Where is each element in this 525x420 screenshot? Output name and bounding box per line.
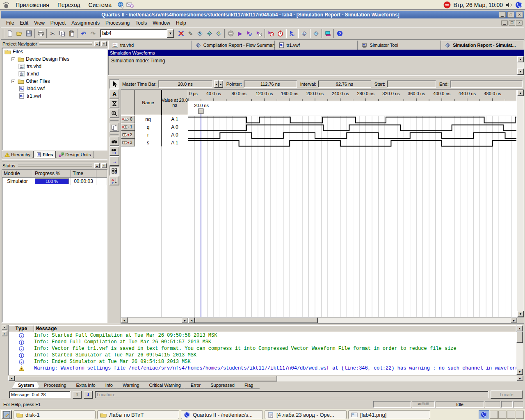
message-tab-system[interactable]: System	[11, 382, 41, 389]
compile-button[interactable]: ✎	[195, 29, 205, 38]
waveform-vertical-scrollbar[interactable]: ▲ ▼	[517, 90, 524, 317]
title-bar[interactable]: Quartus II - /net/eniac/srv/nfs4/homes/h…	[1, 11, 524, 18]
status-module-cell[interactable]: Simulator	[2, 178, 33, 185]
grid-tool-button[interactable]	[110, 166, 119, 176]
messages-horizontal-scrollbar[interactable]: ◄ ►	[8, 376, 523, 381]
next-message-icon[interactable]: ⬇	[84, 391, 93, 399]
help-button[interactable]: ?	[335, 29, 345, 38]
zoom-tool-button[interactable]	[110, 109, 119, 118]
messages-message-header[interactable]: Message	[34, 325, 516, 332]
signal-handle-2[interactable]: i2	[121, 131, 135, 139]
run-button[interactable]: ▶	[235, 29, 245, 38]
compile-check-button[interactable]	[205, 29, 214, 38]
expand-messages-icon[interactable]: ▸	[2, 331, 7, 336]
navigator-tab-hierarchy[interactable]: !Hierarchy	[2, 151, 33, 158]
column-header-time[interactable]: Time	[71, 170, 96, 178]
gnome-menu-Переход[interactable]: Переход	[53, 1, 84, 9]
project-navigator-titlebar[interactable]: Project Navigator ▲ ✕	[2, 41, 107, 47]
status-panel-titlebar[interactable]: Status ▲ ✕	[2, 162, 107, 169]
scroll-right-icon[interactable]: ►	[517, 376, 523, 381]
menu-file[interactable]: File	[3, 19, 17, 27]
signal-name-header[interactable]: Name	[135, 90, 162, 115]
tab-simulation-report-simulat-[interactable]: Simulation Report - Simulat...	[441, 41, 524, 50]
menu-tools[interactable]: Tools	[132, 19, 150, 27]
menu-edit[interactable]: Edit	[17, 19, 31, 27]
signal-handle-1[interactable]: o1	[121, 123, 135, 131]
collapse-icon[interactable]: ▲	[94, 163, 100, 168]
tree-item-device-design-files[interactable]: −Device Design Files	[2, 55, 107, 63]
message-tab-warning[interactable]: Warning	[116, 382, 146, 389]
scroll-left-icon[interactable]: ◄	[121, 317, 128, 323]
navigator-tab-files[interactable]: Files	[33, 151, 56, 158]
signal-handle-0[interactable]: o0	[121, 115, 135, 123]
time-step-left-icon[interactable]: ◄	[214, 80, 219, 88]
gnome-foot-icon[interactable]	[2, 1, 10, 9]
message-tab-flag[interactable]: Flag	[238, 382, 260, 389]
expander-icon[interactable]: −	[11, 57, 15, 61]
table-horizontal-scrollbar[interactable]: ◄ ►	[121, 317, 188, 323]
tree-item-lab4.vwf[interactable]: lab4.vwf	[2, 85, 107, 92]
workspace-cell[interactable]	[490, 411, 498, 419]
tree-item-other-files[interactable]: −Other Files	[2, 78, 107, 85]
find-button[interactable]	[110, 137, 119, 146]
cursor-button[interactable]	[110, 79, 119, 89]
pencil-button[interactable]: ✎	[186, 29, 195, 38]
canvas-horizontal-scrollbar[interactable]: ◄ ►	[188, 317, 517, 323]
previous-message-icon[interactable]: ⬆	[73, 391, 82, 399]
stopwatch-button[interactable]	[276, 29, 285, 38]
sim-run-button[interactable]	[288, 29, 297, 38]
message-row[interactable]: iInfo: Ended Full Compilation at Tue Mar…	[9, 339, 516, 345]
quartus-tray-icon[interactable]	[515, 1, 523, 9]
scroll-up-icon[interactable]: ▲	[517, 56, 524, 62]
assemble-button[interactable]	[214, 29, 224, 38]
run-clock-button[interactable]	[254, 29, 264, 38]
message-tab-processing[interactable]: Processing	[37, 382, 73, 389]
signal-name[interactable]: q	[135, 123, 162, 131]
close-button[interactable]: ✕	[516, 11, 523, 18]
menu-window[interactable]: Window	[150, 19, 173, 27]
waveform-plot[interactable]: 0 ps40.0 ns80.0 ns120.0 ns160.0 ns200.0 …	[188, 90, 516, 318]
scroll-down-icon[interactable]: ▼	[517, 311, 524, 317]
tab-trs-vhd[interactable]: abcVHDtrs.vhd	[108, 41, 192, 50]
close-messages-icon[interactable]: ✕	[2, 325, 7, 330]
sort-tool-button[interactable]: AZ	[110, 176, 119, 185]
menu-assignments[interactable]: Assignments	[68, 19, 103, 27]
print-button[interactable]	[36, 29, 46, 38]
gnome-menu-Система[interactable]: Система	[84, 1, 116, 9]
message-row[interactable]: iInfo: Started Simulator at Tue Mar 26 0…	[9, 352, 516, 358]
column-header-progress[interactable]: Progress %	[33, 170, 71, 178]
horizontal-splitter[interactable]	[2, 159, 107, 162]
column-header-module[interactable]: Module	[2, 170, 33, 178]
copy-tool-button[interactable]	[110, 123, 119, 132]
message-tab-critical-warning[interactable]: Critical Warning	[143, 382, 187, 389]
tree-item-files[interactable]: Files	[2, 48, 107, 55]
find-next-button[interactable]	[110, 146, 119, 156]
vertical-scrollbar[interactable]: ▲ ▼	[517, 56, 524, 75]
scroll-up-icon[interactable]: ▲	[517, 90, 524, 96]
message-row[interactable]: !Warning: Waveform settings file /net/en…	[9, 365, 516, 372]
copy-button[interactable]	[57, 29, 67, 38]
message-row[interactable]: iInfo: Ended Simulator at Tue Mar 26 09:…	[9, 358, 516, 365]
tree-item-trs.vhd[interactable]: abcVHDtrs.vhd	[2, 63, 107, 70]
combobox-dropdown-icon[interactable]: ▼	[167, 29, 174, 38]
stop-button[interactable]	[226, 29, 235, 38]
message-tab-suppressed[interactable]: Suppressed	[204, 382, 241, 389]
panel-grip[interactable]	[18, 164, 92, 167]
new-button[interactable]	[5, 29, 15, 38]
undo-button[interactable]: ↶	[79, 29, 88, 38]
minimize-button[interactable]: ▁	[499, 11, 506, 18]
wave-report-button[interactable]	[311, 29, 321, 38]
scroll-right-icon[interactable]: ►	[511, 317, 517, 323]
arrow-right-button[interactable]: →	[110, 156, 119, 166]
programmer-button[interactable]	[323, 29, 333, 38]
scroll-left-icon[interactable]: ◄	[8, 376, 15, 381]
close-panel-icon[interactable]: ✕	[101, 41, 107, 46]
mdi-close-button[interactable]: ✕	[516, 20, 523, 26]
panel-clock[interactable]: Втр, 26 Мар, 10:00	[453, 2, 503, 8]
scrollbar-thumb[interactable]	[15, 376, 277, 381]
workspace-cell[interactable]	[516, 411, 524, 419]
quartus-taskbar-icon[interactable]	[479, 410, 489, 419]
maximize-button[interactable]: □	[507, 11, 514, 18]
mdi-restore-button[interactable]: ❐	[509, 20, 515, 26]
navigator-tab-design-units[interactable]: Design Units	[56, 151, 94, 158]
